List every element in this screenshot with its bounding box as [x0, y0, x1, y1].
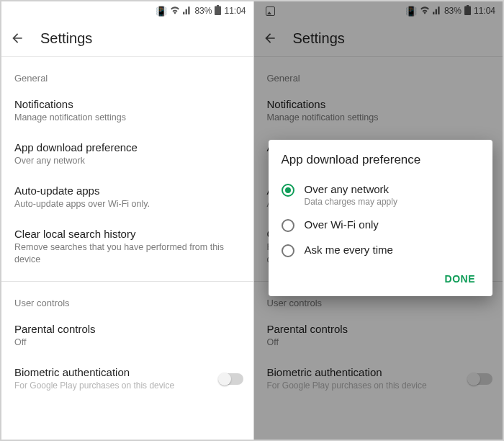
item-title: App download preference — [14, 141, 243, 153]
item-sub: Auto-update apps over Wi-Fi only. — [14, 198, 243, 210]
item-download-pref[interactable]: App download preference Over any network — [14, 133, 243, 176]
toggle-biometric[interactable] — [219, 373, 243, 385]
item-biometric[interactable]: Biometric authentication For Google Play… — [14, 357, 243, 400]
svg-rect-1 — [217, 5, 219, 6]
battery-pct: 83% — [194, 6, 212, 16]
option-label: Over Wi-Fi only — [305, 218, 379, 231]
comparison-frame: 📳 83% 11:04 Settings General Notificatio… — [0, 0, 504, 441]
item-sub: Manage notification settings — [14, 112, 243, 124]
done-button[interactable]: DONE — [438, 267, 482, 290]
screen-settings-dialog: 📳 83% 11:04 Settings General Notificatio… — [254, 1, 503, 440]
vibrate-icon: 📳 — [156, 6, 167, 16]
dialog-title: App download preference — [282, 153, 483, 167]
item-title: Notifications — [14, 98, 243, 110]
option-sub: Data charges may apply — [305, 197, 397, 207]
item-title: Parental controls — [14, 323, 243, 335]
item-sub: Off — [14, 337, 243, 349]
dialog-actions: DONE — [282, 263, 483, 290]
item-title: Clear local search history — [14, 228, 243, 240]
dialog-download-pref: App download preference Over any network… — [269, 140, 493, 296]
radio-icon — [282, 244, 294, 257]
section-general: General — [14, 57, 243, 89]
svg-rect-0 — [215, 6, 221, 16]
option-ask-every-time[interactable]: Ask me every time — [282, 238, 483, 263]
item-title: Biometric authentication — [14, 366, 174, 378]
radio-icon — [282, 184, 294, 197]
item-auto-update[interactable]: Auto-update apps Auto-update apps over W… — [14, 176, 243, 219]
radio-icon — [282, 219, 294, 232]
signal-icon — [183, 6, 192, 16]
page-title: Settings — [40, 30, 92, 47]
item-sub: Over any network — [14, 155, 243, 167]
option-label: Over any network — [305, 183, 397, 195]
item-clear-history[interactable]: Clear local search history Remove search… — [14, 219, 243, 275]
clock: 11:04 — [224, 6, 246, 16]
settings-list: General Notifications Manage notificatio… — [1, 57, 253, 400]
item-title: Auto-update apps — [14, 184, 243, 197]
item-sub: For Google Play purchases on this device — [14, 380, 174, 391]
app-bar: Settings — [1, 20, 253, 57]
section-user-controls: User controls — [14, 282, 243, 314]
screen-settings: 📳 83% 11:04 Settings General Notificatio… — [1, 1, 254, 440]
option-label: Ask me every time — [305, 244, 393, 256]
battery-icon — [215, 5, 221, 17]
item-parental[interactable]: Parental controls Off — [14, 314, 243, 357]
wifi-icon — [170, 6, 180, 16]
option-wifi-only[interactable]: Over Wi-Fi only — [282, 213, 483, 238]
option-any-network[interactable]: Over any network Data charges may apply — [282, 177, 483, 213]
back-icon[interactable] — [10, 31, 24, 45]
item-sub: Remove searches that you have performed … — [14, 241, 243, 266]
item-notifications[interactable]: Notifications Manage notification settin… — [14, 89, 243, 133]
status-bar: 📳 83% 11:04 — [1, 1, 253, 20]
